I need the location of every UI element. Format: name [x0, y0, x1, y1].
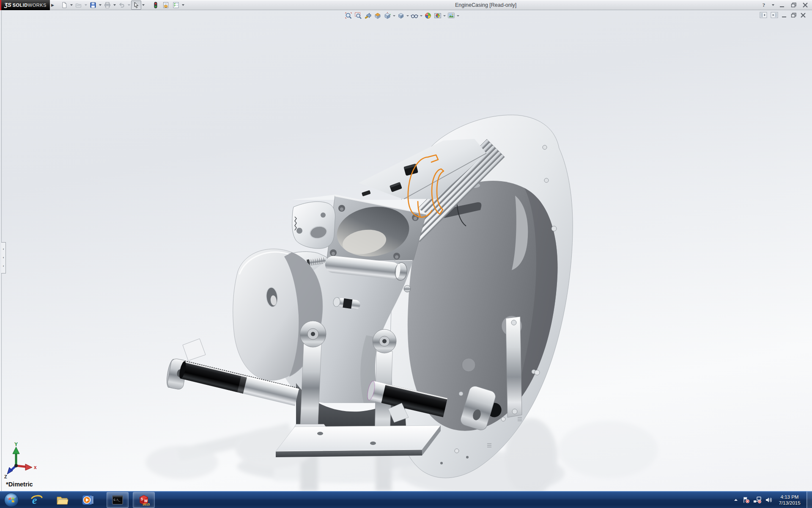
display-style-group: [396, 11, 409, 20]
display-style-button[interactable]: [396, 11, 406, 20]
brand-name-light: WORKS: [28, 3, 47, 8]
options-icon: [173, 2, 179, 8]
help-icon: ?: [763, 2, 765, 8]
toggle-right-panel-button[interactable]: [771, 12, 778, 18]
undo-button[interactable]: [117, 0, 127, 10]
network-status-tray-button[interactable]: [753, 497, 762, 503]
select-dropdown-caret[interactable]: [141, 0, 145, 10]
display-style-dropdown-caret[interactable]: [406, 15, 409, 17]
section-view-group: [373, 11, 382, 20]
windows-taskbar: eC:\_SW2015 4:13 PM 7/13/2015: [0, 491, 812, 508]
close-icon: [802, 3, 808, 8]
action-center-tray-button[interactable]: [742, 497, 750, 503]
view-settings-dropdown-caret[interactable]: [456, 15, 460, 17]
graphics-viewport[interactable]: ‹‹‹ Y x Z *Dimetric: [0, 10, 812, 491]
view-settings-button[interactable]: [446, 11, 456, 20]
previous-view-group: [363, 11, 373, 20]
restore-icon: [791, 13, 797, 18]
options-button[interactable]: [171, 0, 181, 10]
hide-show-items-icon: [411, 12, 418, 19]
volume-tray-button[interactable]: [765, 497, 773, 503]
file-properties-button[interactable]: [161, 0, 171, 10]
new-document-icon: [61, 2, 68, 8]
solidworks-2015-icon: SW2015: [137, 494, 150, 506]
options-dropdown-caret[interactable]: [181, 0, 185, 10]
apply-scene-group: [433, 11, 446, 20]
view-orientation-button[interactable]: [382, 11, 392, 20]
internet-explorer-taskbar-button[interactable]: e: [30, 491, 43, 508]
document-title: EngineCasing [Read-only]: [455, 0, 516, 10]
save-icon: [90, 2, 96, 8]
save-button[interactable]: [88, 0, 98, 10]
command-prompt-taskbar-button[interactable]: C:\_: [107, 492, 129, 508]
solidworks-logo-glyph: ƷS: [4, 2, 11, 8]
view-orientation-dropdown-caret[interactable]: [392, 15, 396, 17]
svg-text:S: S: [141, 497, 143, 501]
engine-casing-3d-model[interactable]: [0, 10, 812, 491]
start-icon: [4, 492, 19, 508]
clock-time: 4:13 PM: [776, 494, 803, 500]
feature-panel-collapsed-tab[interactable]: ‹‹‹: [1, 242, 6, 273]
edit-appearance-button[interactable]: [423, 11, 433, 20]
titlebar: ƷS SOLID WORKS ▶ EngineCasing [Read-only…: [0, 0, 812, 10]
undo-icon: [118, 2, 125, 8]
media-player-icon: [81, 494, 94, 506]
print-group: [102, 0, 117, 10]
rebuild-group: [151, 0, 161, 10]
media-player-taskbar-button[interactable]: [81, 491, 94, 508]
apply-scene-dropdown-caret[interactable]: [442, 15, 446, 17]
new-document-dropdown-caret[interactable]: [69, 0, 74, 10]
section-view-button[interactable]: [373, 11, 382, 20]
print-button[interactable]: [102, 0, 112, 10]
print-dropdown-caret[interactable]: [112, 0, 117, 10]
zoom-to-fit-icon: [345, 12, 352, 19]
open-button[interactable]: [74, 0, 84, 10]
apply-scene-button[interactable]: [433, 11, 442, 20]
solidworks-logo[interactable]: ƷS SOLID WORKS: [0, 0, 50, 10]
close-app-button[interactable]: [801, 1, 809, 9]
zoom-to-fit-group: [343, 11, 353, 20]
tray-icons: [733, 497, 776, 503]
help-button[interactable]: ?: [760, 1, 768, 9]
svg-text:W: W: [144, 498, 148, 502]
model-rear-tab: [183, 339, 206, 361]
apply-scene-icon: [434, 12, 442, 19]
new-document-button[interactable]: [59, 0, 69, 10]
hide-show-items-dropdown-caret[interactable]: [419, 15, 423, 17]
orientation-triad: Y x Z: [3, 441, 41, 479]
action-center-icon: [742, 497, 750, 503]
solidworks-2015-taskbar-button[interactable]: SW2015: [133, 492, 155, 508]
minimize-doc-button[interactable]: [782, 13, 787, 18]
restore-app-button[interactable]: [790, 1, 798, 9]
open-icon: [75, 2, 82, 8]
display-style-icon: [397, 12, 405, 19]
open-dropdown-caret[interactable]: [84, 0, 88, 10]
menu-expand-arrow-icon[interactable]: ▶: [51, 3, 54, 7]
show-hidden-icons-icon: [733, 497, 739, 503]
select-button[interactable]: [131, 0, 141, 10]
hide-show-items-button[interactable]: [409, 11, 419, 20]
zoom-to-area-button[interactable]: [353, 11, 363, 20]
windows-explorer-taskbar-button[interactable]: [56, 491, 69, 508]
taskbar-clock[interactable]: 4:13 PM 7/13/2015: [776, 494, 803, 506]
edit-appearance-icon: [424, 12, 432, 19]
open-group: [74, 0, 88, 10]
headsup-view-toolbar: [343, 11, 460, 20]
network-status-icon: [753, 497, 762, 503]
previous-view-button[interactable]: [363, 11, 373, 20]
show-hidden-icons-tray-button[interactable]: [733, 497, 739, 503]
zoom-to-fit-button[interactable]: [343, 11, 353, 20]
show-desktop-button[interactable]: [807, 491, 812, 508]
close-doc-button[interactable]: [800, 13, 806, 18]
start-taskbar-button[interactable]: [3, 491, 19, 508]
minimize-app-button[interactable]: [778, 1, 787, 9]
brand-name-bold: SOLID: [13, 3, 28, 8]
hide-show-items-group: [409, 11, 423, 20]
rebuild-button[interactable]: [151, 0, 161, 10]
save-dropdown-caret[interactable]: [98, 0, 102, 10]
help-dropdown-caret[interactable]: [771, 0, 775, 10]
restore-doc-button[interactable]: [791, 13, 797, 18]
save-group: [88, 0, 102, 10]
undo-dropdown-caret[interactable]: [127, 0, 131, 10]
toggle-left-panel-button[interactable]: [760, 12, 767, 18]
